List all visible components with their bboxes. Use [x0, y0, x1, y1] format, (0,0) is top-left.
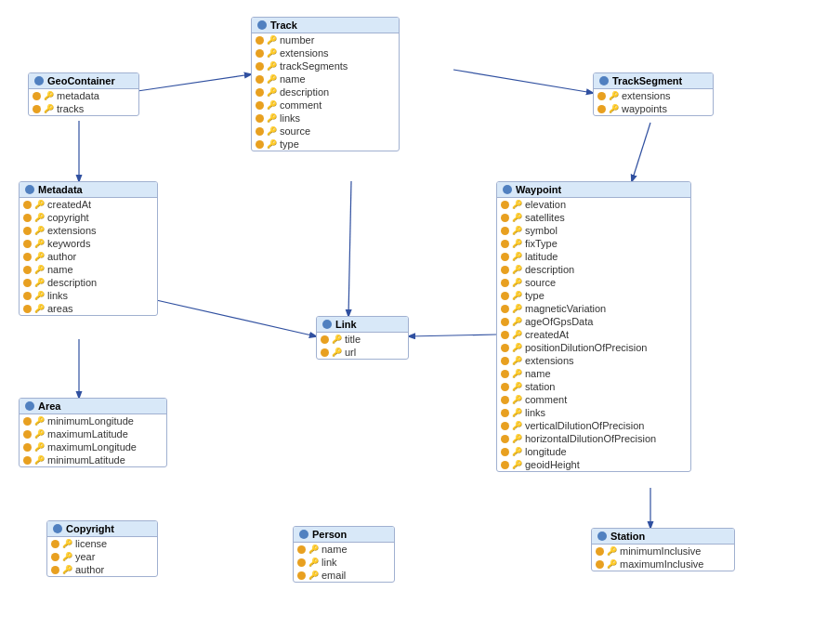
field-row: 🔑url	[317, 346, 408, 359]
entity-link-header: Link	[317, 317, 408, 333]
field-row: 🔑extensions	[497, 354, 690, 367]
field-icon	[597, 92, 606, 100]
field-row: 🔑source	[497, 276, 690, 289]
field-icon	[501, 383, 509, 391]
field-row: 🔑year	[47, 550, 157, 563]
field-icon	[33, 92, 41, 100]
field-row: 🔑source	[252, 125, 399, 138]
field-icon	[501, 227, 509, 235]
field-row: 🔑author	[47, 563, 157, 576]
field-icon	[501, 409, 509, 417]
field-row: 🔑areas	[20, 302, 157, 315]
field-row: 🔑verticalDilutionOfPrecision	[497, 419, 690, 432]
field-icon	[501, 344, 509, 352]
entity-waypoint-header: Waypoint	[497, 182, 690, 198]
field-row: 🔑trackSegments	[252, 59, 399, 72]
tracksegment-icon	[599, 76, 609, 85]
entity-link: Link 🔑title 🔑url	[316, 316, 409, 360]
field-icon	[33, 105, 41, 113]
field-icon	[321, 348, 329, 357]
field-icon	[501, 292, 509, 300]
field-icon	[23, 305, 32, 313]
entity-area-header: Area	[20, 399, 166, 414]
field-icon	[23, 201, 32, 209]
field-row: 🔑fixType	[497, 237, 690, 250]
field-icon	[51, 553, 59, 561]
entity-copyright-header: Copyright	[47, 521, 157, 537]
field-row: 🔑name	[294, 543, 394, 556]
field-row: 🔑license	[47, 537, 157, 550]
entity-station: Station 🔑minimumInclusive 🔑maximumInclus…	[591, 528, 735, 571]
field-icon	[23, 292, 32, 300]
person-title: Person	[312, 529, 347, 540]
diagram-container: GeoContainer 🔑 metadata 🔑 tracks Track 🔑…	[0, 0, 840, 630]
field-icon	[501, 253, 509, 261]
field-row: 🔑description	[252, 85, 399, 98]
field-row: 🔑minimumInclusive	[592, 545, 734, 558]
field-icon	[501, 318, 509, 326]
field-icon	[501, 240, 509, 248]
field-icon	[596, 560, 604, 569]
entity-station-header: Station	[592, 529, 734, 545]
field-icon	[297, 571, 306, 580]
field-row: 🔑createdAt	[497, 328, 690, 341]
svg-line-6	[409, 335, 496, 336]
field-row: 🔑createdAt	[20, 198, 157, 211]
field-row: 🔑extensions	[252, 46, 399, 59]
field-icon	[501, 214, 509, 222]
field-row: 🔑elevation	[497, 198, 690, 211]
geocontainer-title: GeoContainer	[47, 75, 115, 86]
field-icon	[501, 370, 509, 378]
field-row: 🔑minimumLongitude	[20, 414, 166, 427]
entity-geocontainer-header: GeoContainer	[29, 73, 138, 89]
field-row: 🔑 metadata	[29, 89, 138, 102]
field-icon	[297, 545, 306, 554]
entity-metadata: Metadata 🔑createdAt 🔑copyright 🔑extensio…	[19, 181, 158, 316]
entity-track: Track 🔑number 🔑extensions 🔑trackSegments…	[251, 17, 400, 151]
field-row: 🔑symbol	[497, 224, 690, 237]
field-icon	[23, 266, 32, 274]
field-icon	[23, 456, 32, 465]
field-icon	[23, 279, 32, 287]
field-row: 🔑name	[20, 263, 157, 276]
entity-metadata-header: Metadata	[20, 182, 157, 198]
field-row: 🔑 tracks	[29, 102, 138, 115]
link-icon	[322, 320, 332, 329]
svg-line-0	[138, 74, 251, 91]
field-icon	[321, 335, 329, 344]
track-icon	[257, 20, 267, 30]
field-icon	[256, 114, 264, 123]
waypoint-icon	[503, 185, 512, 194]
entity-tracksegment: TrackSegment 🔑extensions 🔑waypoints	[593, 72, 714, 116]
field-icon	[23, 417, 32, 426]
field-icon	[256, 75, 264, 84]
field-icon	[256, 36, 264, 45]
field-icon	[501, 331, 509, 339]
field-row: 🔑links	[497, 406, 690, 419]
field-row: 🔑latitude	[497, 250, 690, 263]
field-row: 🔑copyright	[20, 211, 157, 224]
svg-line-3	[632, 123, 650, 181]
field-icon	[297, 558, 306, 567]
field-icon	[501, 305, 509, 313]
field-row: 🔑positionDilutionOfPrecision	[497, 341, 690, 354]
field-icon	[23, 430, 32, 439]
entity-person-header: Person	[294, 527, 394, 543]
field-row: 🔑magneticVariation	[497, 302, 690, 315]
field-icon	[501, 266, 509, 274]
field-row: 🔑keywords	[20, 237, 157, 250]
field-row: 🔑links	[252, 112, 399, 125]
field-row: 🔑comment	[497, 393, 690, 406]
entity-waypoint: Waypoint 🔑elevation 🔑satellites 🔑symbol …	[496, 181, 691, 472]
svg-line-5	[144, 297, 316, 336]
entity-track-header: Track	[252, 18, 399, 33]
field-icon	[501, 357, 509, 365]
field-icon	[23, 240, 32, 248]
svg-line-4	[348, 181, 351, 316]
field-row: 🔑name	[252, 72, 399, 85]
field-row: 🔑geoidHeight	[497, 458, 690, 471]
metadata-title: Metadata	[38, 184, 83, 195]
field-icon	[51, 540, 59, 548]
field-row: 🔑name	[497, 367, 690, 380]
field-icon	[256, 62, 264, 71]
